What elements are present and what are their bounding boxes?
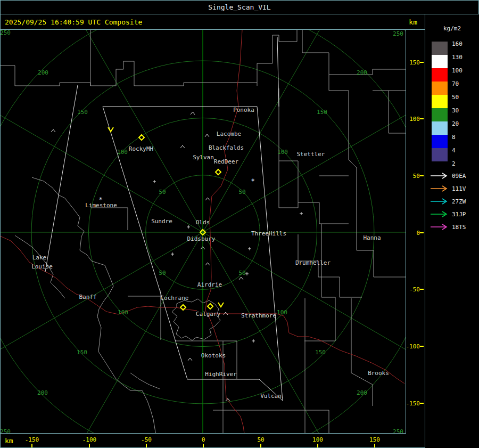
right-axis-tick-label: 50 bbox=[413, 173, 420, 180]
vil-scale-swatch bbox=[432, 82, 448, 95]
city-label: ThreeHills bbox=[251, 230, 286, 237]
right-axis-tick-label: -50 bbox=[409, 286, 420, 293]
vil-scale-swatch bbox=[432, 121, 448, 135]
city-label: Okotoks bbox=[201, 352, 226, 359]
city-label: Sylvan bbox=[193, 154, 214, 161]
bottom-axis-tick bbox=[31, 444, 32, 447]
ring-distance-label: 50 bbox=[159, 189, 166, 196]
bottom-axis-tick bbox=[146, 444, 147, 447]
right-axis-tick bbox=[420, 232, 424, 233]
plus-marker bbox=[248, 247, 251, 250]
vil-scale-value-label: 8 bbox=[452, 134, 456, 140]
vil-scale-swatch bbox=[432, 42, 448, 55]
vil-scale-swatch bbox=[432, 148, 448, 161]
radial-line bbox=[54, 232, 203, 433]
right-axis: 150100500-50-100-150 bbox=[406, 30, 425, 434]
right-axis-tick bbox=[420, 403, 424, 404]
radar-map[interactable]: 5050505010010010010015015015015020020020… bbox=[0, 30, 406, 434]
bottom-axis-tick bbox=[260, 444, 261, 447]
bottom-axis-tick bbox=[374, 444, 375, 447]
ring-distance-label: 100 bbox=[117, 149, 128, 156]
city-label: RedDeer bbox=[214, 158, 239, 165]
ring-distance-label: 100 bbox=[277, 309, 287, 316]
ring-distance-label: 250 bbox=[1, 30, 11, 36]
radial-line bbox=[203, 232, 406, 381]
radial-line bbox=[54, 30, 203, 232]
ring-distance-label: 100 bbox=[118, 309, 128, 316]
radar-id-label: 111V bbox=[452, 186, 466, 192]
ring-distance-label: 200 bbox=[357, 389, 367, 396]
ring-distance-label: 150 bbox=[315, 349, 326, 356]
info-bar: 2025/09/25 16:40:59 UTC Composite km bbox=[0, 14, 425, 30]
vil-scale-swatch bbox=[432, 55, 448, 68]
caret-marker bbox=[180, 145, 185, 148]
ring-distance-label: 50 bbox=[238, 270, 245, 276]
right-axis-tick bbox=[420, 118, 424, 119]
bottom-axis-tick-label: 50 bbox=[257, 436, 264, 443]
radar-id-label: 09EA bbox=[452, 173, 466, 179]
plus-marker bbox=[252, 339, 255, 343]
city-label: Hanna bbox=[363, 234, 381, 241]
plus-marker bbox=[171, 252, 174, 256]
vee-marker bbox=[108, 127, 113, 132]
vil-scale-value-label: 2 bbox=[452, 161, 456, 167]
caret-marker bbox=[51, 129, 55, 132]
bottom-axis: km -150-100-50050100150 bbox=[0, 434, 425, 448]
city-label: Banff bbox=[79, 294, 96, 300]
vil-scale-value-label: 30 bbox=[452, 108, 459, 113]
city-label: HighRiver bbox=[205, 371, 237, 378]
radar-id-label: 31JP bbox=[452, 211, 466, 217]
bottom-axis-tick bbox=[317, 444, 318, 447]
caret-marker bbox=[239, 277, 243, 280]
vil-scale-value-label: 20 bbox=[452, 121, 459, 127]
right-axis-tick-label: -150 bbox=[406, 400, 420, 407]
vil-scale-value-label: 130 bbox=[452, 54, 463, 60]
plus-marker bbox=[187, 225, 190, 229]
bottom-axis-tick-label: 100 bbox=[312, 436, 323, 443]
ring-distance-label: 250 bbox=[1, 428, 11, 434]
city-label: RockyMH bbox=[129, 145, 153, 152]
city-label: Vulcan bbox=[260, 393, 282, 400]
city-label: Ponoka bbox=[233, 107, 254, 113]
vil-scale-value-label: 100 bbox=[452, 68, 463, 74]
radar-id-label: 18TS bbox=[452, 224, 466, 230]
right-axis-tick bbox=[420, 346, 424, 347]
star-marker: * bbox=[98, 196, 102, 203]
right-axis-tick bbox=[420, 175, 424, 176]
right-axis-tick-label: 0 bbox=[416, 230, 420, 237]
bottom-axis-tick-label: -150 bbox=[25, 436, 39, 443]
right-axis-tick bbox=[420, 289, 424, 290]
city-label: Strathmore bbox=[241, 312, 276, 319]
bottom-axis-unit-label: km bbox=[5, 437, 13, 445]
ring-distance-label: 150 bbox=[77, 349, 87, 356]
radar-map-canvas[interactable]: 5050505010010010010015015015015020020020… bbox=[1, 30, 406, 433]
bottom-axis-tick-label: -100 bbox=[82, 436, 97, 443]
vil-scale-value-label: 4 bbox=[452, 148, 456, 153]
radar-id-label: 27ZW bbox=[452, 199, 466, 205]
city-label: Lacombe bbox=[217, 131, 241, 137]
city-label: Cochrane bbox=[161, 295, 189, 302]
right-axis-tick-label: 150 bbox=[409, 59, 420, 66]
caret-marker bbox=[188, 358, 192, 361]
radar-site-diamond-marker bbox=[208, 304, 213, 309]
legend-panel: kg/m2 16013010070503020842 09EA111V27ZW3… bbox=[425, 14, 479, 448]
ring-distance-label: 250 bbox=[393, 428, 403, 434]
right-axis-tick-label: 100 bbox=[409, 116, 420, 123]
window-title: Single_Scan_VIL bbox=[208, 3, 270, 11]
city-label: Airdrie bbox=[197, 281, 222, 288]
ring-distance-label: 200 bbox=[357, 69, 367, 76]
map-markers: ** bbox=[51, 112, 303, 401]
radial-line bbox=[1, 83, 203, 232]
plus-marker bbox=[300, 212, 303, 215]
bottom-axis-tick bbox=[89, 444, 90, 447]
bottom-axis-tick bbox=[203, 444, 204, 447]
legend-unit-label: kg/m2 bbox=[425, 25, 479, 32]
vil-scale-swatch bbox=[432, 68, 448, 82]
ring-distance-label: 250 bbox=[393, 30, 403, 37]
ring-distance-label: 200 bbox=[38, 69, 48, 76]
vil-scale-value-label: 70 bbox=[452, 81, 459, 87]
ring-distance-label: 200 bbox=[37, 389, 48, 396]
caret-marker bbox=[205, 198, 210, 200]
caret-marker bbox=[205, 134, 209, 137]
ring-distance-label: 100 bbox=[277, 149, 288, 156]
